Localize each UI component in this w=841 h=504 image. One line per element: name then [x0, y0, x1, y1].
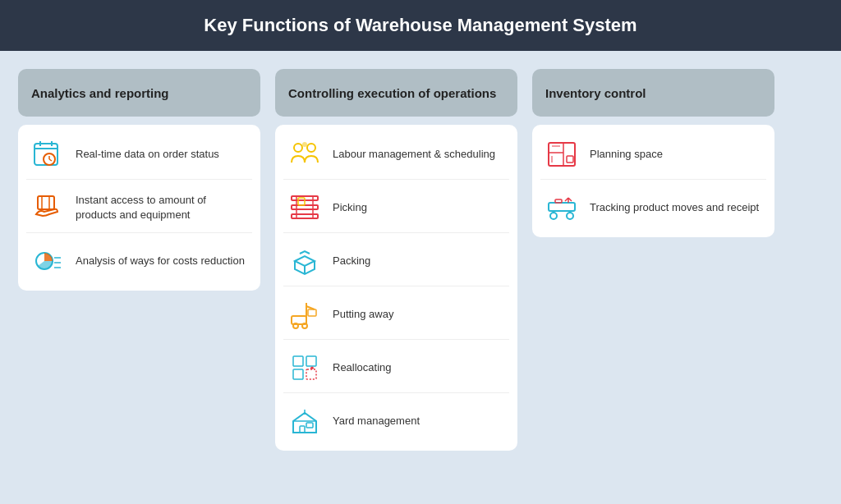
analysis-label: Analysis of ways for costs reduction: [76, 254, 245, 268]
inventory-column: Inventory control Planning space: [532, 69, 774, 481]
header: Key Functions of Warehouse Management Sy…: [0, 0, 841, 51]
svg-point-46: [567, 213, 573, 219]
list-item: Picking: [283, 183, 509, 233]
list-item: Putting away: [283, 290, 509, 340]
svg-rect-27: [308, 309, 316, 316]
realtime-label: Real-time data on order status: [76, 147, 219, 162]
conveyor-icon: [544, 190, 580, 226]
svg-line-6: [49, 159, 52, 161]
list-item: Real-time data on order status: [26, 130, 252, 180]
operations-items: Labour management & scheduling Picking: [275, 125, 517, 451]
analytics-column: Analytics and reporting Real-time data o…: [18, 69, 260, 481]
svg-rect-33: [306, 369, 316, 379]
svg-rect-18: [292, 205, 318, 209]
page-title: Key Functions of Warehouse Management Sy…: [204, 15, 636, 35]
analytics-items: Real-time data on order status Instant a…: [18, 125, 260, 291]
list-item: Labour management & scheduling: [283, 130, 509, 180]
svg-point-15: [307, 144, 315, 152]
warehouse-icon: [287, 403, 323, 439]
svg-point-16: [302, 142, 307, 147]
list-item: Yard management: [283, 396, 509, 446]
inventory-header: Inventory control: [532, 69, 774, 117]
svg-rect-7: [38, 196, 54, 209]
list-item: Packing: [283, 236, 509, 286]
packing-label: Packing: [333, 254, 370, 268]
svg-rect-49: [555, 199, 562, 203]
list-item: Tracking product moves and receipt: [540, 183, 766, 232]
people-gear-icon: [287, 136, 323, 172]
inventory-items: Planning space Tracking product moves an…: [532, 125, 774, 237]
svg-point-45: [550, 213, 557, 219]
labour-label: Labour management & scheduling: [333, 147, 495, 162]
shelves-icon: [287, 190, 323, 226]
svg-rect-41: [567, 156, 573, 163]
putting-label: Putting away: [333, 307, 393, 322]
open-box-icon: [287, 243, 323, 279]
list-item: Reallocating: [283, 343, 509, 393]
svg-rect-30: [293, 356, 303, 366]
chart-report-icon: [30, 243, 66, 279]
planning-label: Planning space: [590, 147, 663, 162]
list-item: Analysis of ways for costs reduction: [26, 236, 252, 286]
svg-rect-36: [306, 423, 313, 428]
calendar-clock-icon: [30, 136, 66, 172]
hand-box-icon: [30, 190, 66, 226]
operations-header: Controlling execution of operations: [275, 69, 517, 117]
svg-rect-32: [293, 369, 303, 379]
svg-rect-22: [298, 198, 305, 205]
forklift-icon: [287, 296, 323, 332]
svg-point-28: [293, 323, 298, 328]
svg-point-14: [294, 144, 302, 152]
floor-plan-icon: [544, 136, 580, 172]
analytics-header: Analytics and reporting: [18, 69, 260, 117]
reallocating-label: Reallocating: [333, 360, 392, 375]
svg-point-29: [302, 323, 307, 328]
svg-rect-35: [300, 426, 305, 433]
tracking-label: Tracking product moves and receipt: [590, 200, 759, 215]
grid-move-icon: [287, 350, 323, 386]
instant-label: Instant access to amount of products and…: [76, 193, 249, 222]
yard-label: Yard management: [333, 414, 420, 428]
svg-rect-31: [306, 356, 316, 366]
operations-column: Controlling execution of operations Labo…: [275, 69, 517, 481]
list-item: Planning space: [540, 130, 766, 180]
list-item: Instant access to amount of products and…: [26, 183, 252, 233]
svg-rect-19: [292, 214, 318, 218]
svg-rect-44: [549, 203, 575, 211]
picking-label: Picking: [333, 200, 367, 215]
